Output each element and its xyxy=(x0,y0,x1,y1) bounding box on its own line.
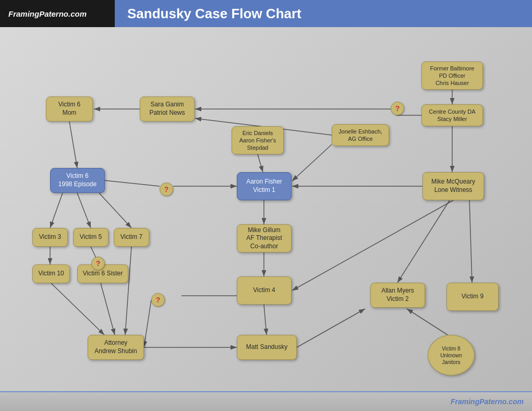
aaron-fisher-label: Aaron Fisher Victim 1 xyxy=(246,178,282,194)
mike-mcqueary-node: Mike McQueary Lone Witness xyxy=(422,172,484,200)
svg-line-10 xyxy=(105,180,160,186)
svg-line-8 xyxy=(258,154,263,172)
svg-line-14 xyxy=(292,200,453,291)
victim4-node: Victim 4 xyxy=(237,276,292,305)
eric-daniels-label: Eric Daniels Aaron Fisher's Stepdad xyxy=(239,129,276,152)
victim8-label: Victim 8 Unknown Janitors xyxy=(440,345,462,366)
svg-line-29 xyxy=(125,247,131,335)
header: FramingPaterno.com Sandusky Case Flow Ch… xyxy=(0,0,532,27)
attorney-label: Attorney Andrew Shubin xyxy=(94,339,137,355)
header-logo: FramingPaterno.com xyxy=(0,0,115,27)
allan-myers-node: Allan Myers Victim 2 xyxy=(370,283,425,308)
victim6-sister-label: Victim 6 Sister xyxy=(83,270,123,278)
centre-county-da-node: Centre County DA Stacy Miller xyxy=(421,104,483,126)
svg-line-23 xyxy=(77,193,91,228)
victim5-label: Victim 5 xyxy=(80,233,102,241)
mike-mcqueary-label: Mike McQueary Lone Witness xyxy=(431,178,475,194)
svg-line-9 xyxy=(69,122,77,168)
victim9-label: Victim 9 xyxy=(462,293,483,301)
svg-line-31 xyxy=(297,309,365,347)
svg-line-16 xyxy=(469,200,472,283)
victim4-label: Victim 4 xyxy=(253,286,275,295)
victim6-1998-label: Victim 6 1998 Episode xyxy=(58,172,96,188)
victim5-node: Victim 5 xyxy=(73,228,108,247)
former-balt-node: Former Baltimore PD Officer Chris Hauser xyxy=(421,62,483,90)
victim6-mom-label: Victim 6 Mom xyxy=(58,101,80,117)
svg-line-12 xyxy=(292,144,332,181)
victim6-1998-node: Victim 6 1998 Episode xyxy=(50,168,105,193)
victim3-label: Victim 3 xyxy=(39,233,61,241)
svg-line-24 xyxy=(99,193,131,228)
attorney-node: Attorney Andrew Shubin xyxy=(88,335,144,360)
victim10-node: Victim 10 xyxy=(32,264,70,283)
mike-gillum-label: Mike Gillum AF Therapist Co-author xyxy=(246,226,282,251)
matt-sandusky-node: Matt Sandusky xyxy=(237,335,297,360)
centre-county-da-label: Centre County DA Stacy Miller xyxy=(429,108,475,123)
question-mark-2: ? xyxy=(160,183,173,196)
svg-line-27 xyxy=(51,283,104,335)
sara-ganim-label: Sara Ganim Patriot News xyxy=(149,101,185,117)
victim3-node: Victim 3 xyxy=(32,228,68,247)
svg-line-21 xyxy=(144,300,151,347)
svg-line-32 xyxy=(407,309,448,335)
question-mark-3: ? xyxy=(91,257,105,270)
footer: FramingPaterno.com xyxy=(0,391,532,411)
svg-line-22 xyxy=(50,193,63,228)
jonelle-label: Jonelle Eshbach, AG Office xyxy=(338,128,382,143)
title-text: Sandusky Case Flow Chart xyxy=(127,6,301,22)
question-mark-4: ? xyxy=(151,293,165,307)
jonelle-node: Jonelle Eshbach, AG Office xyxy=(332,124,389,146)
victim8-node: Victim 8 Unknown Janitors xyxy=(428,335,475,376)
aaron-fisher-node: Aaron Fisher Victim 1 xyxy=(237,172,292,200)
mike-gillum-node: Mike Gillum AF Therapist Co-author xyxy=(237,224,292,252)
canvas: Victim 6 Mom Sara Ganim Patriot News For… xyxy=(0,27,532,391)
question-mark-1: ? xyxy=(391,102,404,115)
victim7-label: Victim 7 xyxy=(120,233,142,241)
former-balt-label: Former Baltimore PD Officer Chris Hauser xyxy=(430,65,475,87)
victim6-mom-node: Victim 6 Mom xyxy=(46,96,93,122)
svg-line-19 xyxy=(264,305,267,335)
logo-text: FramingPaterno.com xyxy=(8,9,87,18)
svg-line-28 xyxy=(101,283,115,335)
svg-line-15 xyxy=(397,200,450,283)
header-title: Sandusky Case Flow Chart xyxy=(115,0,532,27)
eric-daniels-node: Eric Daniels Aaron Fisher's Stepdad xyxy=(232,126,284,154)
matt-sandusky-label: Matt Sandusky xyxy=(246,343,287,352)
victim9-node: Victim 9 xyxy=(446,283,499,311)
sara-ganim-node: Sara Ganim Patriot News xyxy=(140,96,195,122)
victim10-label: Victim 10 xyxy=(38,270,64,278)
allan-myers-label: Allan Myers Victim 2 xyxy=(381,287,414,303)
footer-logo-text: FramingPaterno.com xyxy=(451,397,524,406)
victim7-node: Victim 7 xyxy=(114,228,149,247)
